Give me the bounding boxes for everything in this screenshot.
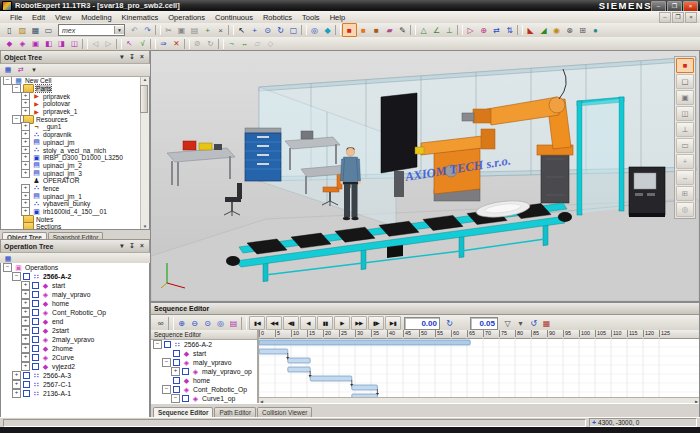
tree-item-label[interactable]: maly_vpravo — [52, 291, 91, 298]
tree-item-label[interactable]: 2567-C-1 — [43, 381, 71, 388]
new-icon[interactable]: ▯ — [3, 24, 16, 36]
operation-checkbox[interactable] — [173, 350, 180, 357]
tree-item-label[interactable]: 2start — [52, 327, 69, 334]
panel-tab[interactable]: Sequence Editor — [153, 407, 213, 417]
menu-item[interactable]: Edit — [27, 13, 50, 22]
marker-tool-icon[interactable]: + — [676, 154, 694, 169]
sequence-editor-header[interactable]: Sequence Editor — [151, 303, 699, 315]
operation-checkbox[interactable] — [182, 368, 189, 375]
fly-mode-icon[interactable]: ◆ — [321, 24, 334, 36]
marker-icon[interactable]: ◇ — [264, 38, 277, 49]
tree-item-label[interactable]: 2566-A-3 — [43, 372, 71, 379]
weld-gun-icon[interactable]: ◣ — [524, 24, 537, 36]
operation-checkbox[interactable] — [173, 377, 180, 384]
undo-icon[interactable]: ↶ — [128, 24, 141, 36]
tree-item-label[interactable]: upinaci_jm_3 — [43, 170, 82, 177]
viewer-layout-icon[interactable]: ▭ — [42, 24, 55, 36]
tree-item-label[interactable]: vybaveni_bunky — [43, 200, 90, 207]
tree-item-label[interactable]: IRBP_D300_D1000_L3250 — [43, 154, 123, 161]
tree-expander[interactable]: + — [21, 308, 30, 317]
gantt-bar[interactable] — [288, 367, 310, 372]
tree-item[interactable]: + upinaci_jm — [21, 139, 149, 147]
reach-test-icon[interactable]: √ — [136, 38, 149, 49]
tree-item-label[interactable]: Parts — [36, 85, 51, 92]
gantt-bar[interactable] — [259, 349, 288, 354]
sequence-tree-item[interactable]: − Curve1_op — [171, 394, 257, 403]
menu-item[interactable]: Tools — [297, 13, 325, 22]
tree-item[interactable]: + stoly_a_veci_na_nich — [21, 146, 149, 154]
tree-item-label[interactable]: 2136-A-1 — [43, 390, 71, 397]
pick-place-icon[interactable]: ◫ — [68, 38, 81, 49]
orbit-icon[interactable]: ↻ — [274, 24, 287, 36]
tree-item-label[interactable]: start — [193, 350, 206, 357]
gantt-bar[interactable] — [310, 376, 352, 381]
tree-item[interactable]: + Cont_Robotic_Op — [21, 308, 149, 317]
separator[interactable] — [218, 39, 224, 49]
plane-icon[interactable]: △ — [417, 24, 430, 36]
gantt-bar[interactable] — [259, 340, 470, 345]
snapshot-icon[interactable]: ▦ — [540, 317, 553, 330]
tree-expander[interactable]: + — [21, 299, 30, 308]
tree-expander[interactable]: + — [21, 290, 30, 299]
operation-checkbox[interactable] — [164, 341, 171, 348]
tree-item-label[interactable]: polotovar — [43, 100, 70, 107]
camera-icon[interactable]: ◎ — [676, 202, 694, 217]
tree-expander[interactable]: + — [12, 389, 21, 398]
dimension-icon[interactable]: ↔ — [676, 170, 694, 185]
note-tool-icon[interactable]: ▭ — [676, 138, 694, 153]
jump-assign-icon[interactable]: ↖ — [123, 38, 136, 49]
tree-item-label[interactable]: vyjezd2 — [52, 363, 75, 370]
tree-item[interactable]: + home — [21, 299, 149, 308]
tree-expander[interactable]: − — [3, 263, 12, 272]
frame-icon[interactable]: ◉ — [550, 24, 563, 36]
menu-item[interactable]: Help — [325, 13, 350, 22]
tree-item-label[interactable]: end — [52, 318, 63, 325]
panel-dropdown-icon[interactable]: ▾ — [118, 53, 126, 61]
refresh-icon[interactable]: ↻ — [204, 38, 217, 49]
tree-item-label[interactable]: upinaci_jm_2 — [43, 162, 82, 169]
tree-expander[interactable]: − — [3, 77, 12, 85]
tree-item-label[interactable]: dopravnik — [43, 131, 72, 138]
tree-item[interactable]: + 2start — [21, 326, 149, 335]
fast-backward-icon[interactable]: ◀◀ — [266, 316, 282, 330]
separator[interactable] — [150, 39, 156, 49]
separator[interactable] — [228, 25, 234, 35]
tree-expander[interactable]: + — [171, 367, 180, 376]
operation-checkbox[interactable] — [23, 273, 30, 280]
robot-properties-icon[interactable]: ◧ — [42, 38, 55, 49]
angle-icon[interactable]: ∠ — [430, 24, 443, 36]
sequence-tree-item[interactable]: − maly_vpravo — [162, 358, 257, 367]
mdi-restore-button[interactable]: ❐ — [672, 12, 684, 23]
separator[interactable] — [184, 39, 190, 49]
tree-item[interactable]: + pripravek — [21, 92, 149, 100]
tree-item-label[interactable]: Operations — [25, 264, 58, 271]
operation-checkbox[interactable] — [32, 309, 39, 316]
tree-item[interactable]: + vybaveni_bunky — [21, 200, 149, 208]
tree-expander[interactable]: − — [171, 394, 180, 403]
operation-checkbox[interactable] — [32, 300, 39, 307]
display-brown-box-icon[interactable]: ■ — [370, 24, 383, 36]
tree-item[interactable]: + pripravek_1 — [21, 108, 149, 116]
separator[interactable] — [410, 25, 416, 35]
loop-icon[interactable]: ↻ — [443, 317, 456, 330]
tree-item-label[interactable]: 2566-A-2 — [43, 273, 71, 280]
step-backward-icon[interactable]: ◀▮ — [283, 316, 299, 330]
tree-item-label[interactable]: home — [193, 377, 210, 384]
display-red-box-icon[interactable]: ■ — [342, 23, 357, 37]
tree-item[interactable]: + upinaci_jm_3 — [21, 169, 149, 177]
operation-checkbox[interactable] — [23, 390, 30, 397]
tree-expander[interactable]: + — [21, 169, 30, 178]
redo-icon[interactable]: ↷ — [141, 24, 154, 36]
tree-item[interactable]: − Operations — [3, 263, 149, 272]
scene-canvas[interactable]: AXIOM TECH s.r.o. — [151, 51, 699, 301]
tree-item-label[interactable]: start — [52, 282, 65, 289]
tree-item-label[interactable]: Sections — [36, 223, 61, 230]
zoom-fit-icon[interactable]: ⊙ — [201, 317, 214, 330]
tree-item[interactable]: + 2home — [21, 344, 149, 353]
simulate-icon[interactable]: ⇒ — [157, 38, 170, 49]
wire-box-icon[interactable]: ▢ — [676, 74, 694, 89]
operation-checkbox[interactable] — [32, 363, 39, 370]
center-view-icon[interactable]: ◎ — [308, 24, 321, 36]
jump-to-end-icon[interactable]: ▶▮ — [385, 316, 401, 330]
sequence-tree[interactable]: Sequence Editor − 2566-A-2 start − — [151, 330, 259, 404]
